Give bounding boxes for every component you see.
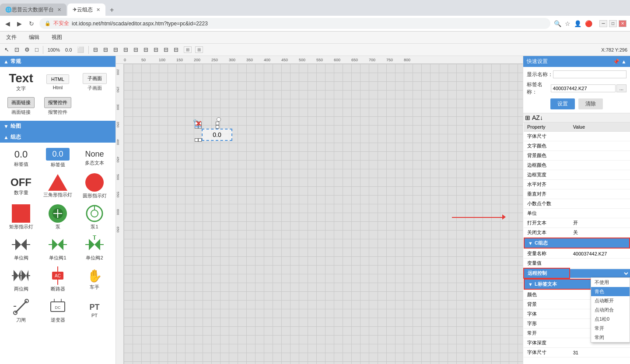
sidebar-item-triangle-light[interactable]: 三角形指示灯 <box>40 172 75 201</box>
prop-close-text-value[interactable]: 关 <box>570 228 630 238</box>
close-window-button[interactable]: ✕ <box>619 20 626 27</box>
prop-row-h-align[interactable]: 水平对齐 <box>524 180 630 189</box>
dropdown-spot-close[interactable]: 点动闭合 <box>591 305 630 315</box>
prop-var-name-value[interactable]: 400037442.K27 <box>570 249 630 259</box>
star-icon[interactable]: ☆ <box>565 20 570 27</box>
sidebar-item-knife-switch[interactable]: 刀闸 <box>4 296 38 325</box>
cursor-tool[interactable]: ↖ <box>3 46 11 54</box>
url-box[interactable]: 🔒 不安全 iot.idosp.net/html/scada/editor.as… <box>39 18 550 29</box>
account-icon[interactable]: 👤 <box>574 20 581 27</box>
maximize-button[interactable]: □ <box>609 20 617 27</box>
dropdown-point1-loose[interactable]: 点1松0 <box>591 315 630 324</box>
prop-decimal-value[interactable] <box>570 199 630 209</box>
new-tab-button[interactable]: + <box>105 4 118 16</box>
prop-row-font-color[interactable]: 文字颜色 <box>524 141 630 151</box>
same-height[interactable]: ⊟ <box>162 46 170 54</box>
handle-mr[interactable] <box>195 138 198 142</box>
prop-border-color-value[interactable] <box>570 161 630 170</box>
sidebar-item-multistate[interactable]: None 多态文本 <box>77 146 112 170</box>
qs-set-button[interactable]: 设置 <box>550 98 575 109</box>
prop-font-color-value[interactable] <box>570 141 630 151</box>
qs-display-name-input[interactable] <box>553 70 626 78</box>
prop-font-size-value[interactable] <box>570 132 630 141</box>
sidebar-item-pump1[interactable]: 泵1 <box>77 203 112 232</box>
sidebar-item-hand[interactable]: ✋ 车手 <box>77 265 112 294</box>
prop-row-remote-control[interactable]: 远程控制 不使用 青色 点动断开 点动闭合 点1松0 <box>524 268 630 278</box>
section-drawing[interactable]: ▼ 绘图 <box>0 121 116 132</box>
menu-edit[interactable]: 编辑 <box>26 33 42 42</box>
tab-1[interactable]: 🌐 思普云大数据平台 ✕ <box>0 4 66 16</box>
prop-row-decimal[interactable]: 小数点个数 <box>524 199 630 209</box>
prop-row-font-size[interactable]: 字体尺寸 <box>524 132 630 141</box>
prop-remote-control-value[interactable]: 不使用 青色 点动断开 点动闭合 点1松0 常开 常闭 <box>570 268 630 278</box>
rotation-handle[interactable] <box>217 117 221 122</box>
prop-row-bg-color[interactable]: 背景颜色 <box>524 151 630 161</box>
prop-row-var-value[interactable]: 变量值 <box>524 259 630 269</box>
distribute-v[interactable]: ⊟ <box>142 46 150 54</box>
minimize-button[interactable]: ─ <box>599 20 607 27</box>
element-value-box[interactable]: 0.0 <box>202 129 232 141</box>
prop-row-border-width[interactable]: 边框宽度 <box>524 170 630 180</box>
square-tool[interactable]: □ <box>33 46 40 54</box>
handle-bm[interactable] <box>216 122 219 125</box>
dropdown-cyan[interactable]: 青色 <box>591 287 630 296</box>
sidebar-item-two-valve[interactable]: 两位阀 <box>4 265 38 294</box>
sort-icon[interactable]: ⊞ <box>525 114 530 121</box>
sidebar-item-text[interactable]: Text 文字 <box>4 70 38 94</box>
qs-tag-name-input[interactable] <box>551 84 616 92</box>
canvas-area[interactable]: 0 50 100 150 200 250 300 350 400 450 500… <box>116 56 523 364</box>
sidebar-item-subscreen[interactable]: 子画面 子画面 <box>77 70 112 94</box>
sidebar-item-pt[interactable]: PT PT <box>77 296 112 325</box>
sidebar-item-tag-value-blue[interactable]: 0.0 标签值 <box>40 146 75 170</box>
prop-row-var-name[interactable]: 变量名称 400037442.K27 <box>524 249 630 259</box>
same-width[interactable]: ⊟ <box>152 46 160 54</box>
menu-view[interactable]: 视图 <box>49 33 65 42</box>
refresh-button[interactable]: ↻ <box>27 19 36 28</box>
prop-unit-value[interactable] <box>570 209 630 218</box>
sidebar-item-screen-link[interactable]: 画面链接 画面链接 <box>4 95 38 117</box>
prop-row-v-align[interactable]: 垂直对齐 <box>524 189 630 199</box>
tab-2[interactable]: ✈ 云组态 ✕ <box>67 4 105 16</box>
sort-az-icon[interactable]: AZ↓ <box>532 114 543 121</box>
forward-button[interactable]: ▶ <box>15 19 24 28</box>
sidebar-item-html[interactable]: HTML Html <box>40 70 75 94</box>
dropdown-not-used[interactable]: 不使用 <box>591 278 630 287</box>
align-right[interactable]: ⊟ <box>102 46 110 54</box>
sidebar-item-single-valve1[interactable]: 单位阀1 <box>40 234 75 263</box>
menu-file[interactable]: 文件 <box>4 33 19 42</box>
prop-font-size2-value[interactable]: 31 <box>570 348 630 357</box>
tab-2-close[interactable]: ✕ <box>96 7 100 13</box>
select-tool[interactable]: ⊡ <box>13 46 21 54</box>
sidebar-item-inverter[interactable]: DC 逆变器 <box>40 296 75 325</box>
sidebar-item-rect-light[interactable]: 矩形指示灯 <box>4 203 38 232</box>
prop-row-border-color[interactable]: 边框颜色 <box>524 161 630 170</box>
search-icon[interactable]: 🔍 <box>554 20 561 27</box>
extension-icon[interactable]: 🔴 <box>585 20 592 27</box>
back-button[interactable]: ◀ <box>4 19 12 28</box>
canvas-grid[interactable]: 📎 0.0 ✕ <box>124 64 523 364</box>
tab-1-close[interactable]: ✕ <box>57 7 61 13</box>
prop-row-unit[interactable]: 单位 <box>524 209 630 218</box>
sidebar-item-tag-value[interactable]: 0.0 标签值 <box>4 146 38 170</box>
dropdown-normal-open[interactable]: 常开 <box>591 324 630 333</box>
prop-bg-color-value[interactable] <box>570 151 630 161</box>
sidebar-item-circle-light[interactable]: 圆形指示灯 <box>77 172 112 201</box>
quick-settings-pin[interactable]: 📌 <box>613 59 620 65</box>
same-size[interactable]: ⊟ <box>172 46 180 54</box>
settings-tool[interactable]: ⚙ <box>23 46 32 54</box>
distribute-h[interactable]: ⊟ <box>132 46 140 54</box>
prop-c-group-header[interactable]: ▼ C组态 <box>524 238 630 248</box>
sidebar-item-alarm[interactable]: 报警控件 报警控件 <box>40 95 75 117</box>
sidebar-item-pump[interactable]: 泵 <box>40 203 75 232</box>
prop-border-width-value[interactable] <box>570 170 630 180</box>
sidebar-item-single-valve[interactable]: 单位阀 <box>4 234 38 263</box>
dropdown-spot-open[interactable]: 点动断开 <box>591 296 630 305</box>
prop-row-open-text[interactable]: 打开文本 开 <box>524 218 630 228</box>
section-state[interactable]: ▲ 组态 <box>0 132 116 143</box>
handle-ml[interactable] <box>198 138 202 142</box>
sidebar-item-single-valve2[interactable]: 单位阀2 <box>77 234 112 263</box>
handle-tm[interactable] <box>216 125 219 129</box>
prop-v-align-value[interactable] <box>570 189 630 199</box>
quick-settings-collapse[interactable]: ▲ <box>621 59 626 65</box>
qs-clear-button[interactable]: 清除 <box>578 98 603 109</box>
